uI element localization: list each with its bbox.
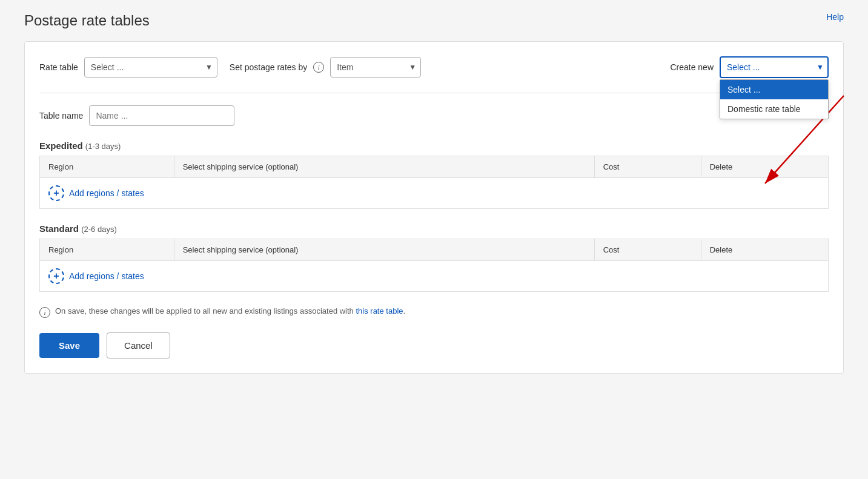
- cancel-button[interactable]: Cancel: [107, 332, 170, 358]
- dropdown-item-select[interactable]: Select ...: [720, 80, 828, 99]
- expedited-region-col: Region: [40, 156, 174, 178]
- item-select[interactable]: Item: [330, 57, 421, 78]
- rate-table-select-wrapper: Select ... ▼: [84, 57, 217, 78]
- page-title: Postage rate tables: [24, 12, 844, 29]
- expedited-shipping-col: Select shipping service (optional): [174, 156, 594, 178]
- expedited-add-regions-link[interactable]: + Add regions / states: [48, 185, 820, 201]
- expedited-delete-col: Delete: [701, 156, 828, 178]
- page-wrapper: Help Postage rate tables Rate table Sele…: [0, 0, 868, 479]
- standard-delete-col: Delete: [701, 239, 828, 261]
- standard-add-label: Add regions / states: [69, 271, 144, 281]
- help-link[interactable]: Help: [826, 12, 844, 22]
- table-name-label: Table name: [39, 111, 83, 121]
- standard-table-header-row: Region Select shipping service (optional…: [40, 239, 829, 261]
- standard-plus-icon: +: [48, 268, 64, 284]
- notice-info-icon: i: [39, 307, 50, 318]
- rate-table-group: Rate table Select ... ▼: [39, 57, 217, 78]
- expedited-table: Region Select shipping service (optional…: [39, 156, 829, 209]
- expedited-add-label: Add regions / states: [69, 188, 144, 198]
- create-new-label: Create new: [670, 62, 714, 72]
- rate-table-label: Rate table: [39, 62, 78, 72]
- table-name-row: Table name: [39, 105, 829, 126]
- create-new-select-wrapper: Select ... ▼ Select ... Domestic rate ta…: [720, 56, 829, 78]
- standard-add-regions-link[interactable]: + Add regions / states: [48, 268, 820, 284]
- top-controls: Rate table Select ... ▼ Set postage rate…: [39, 56, 829, 78]
- table-name-input[interactable]: [89, 105, 234, 126]
- standard-header: Standard (2-6 days): [39, 223, 829, 234]
- top-separator: [39, 93, 829, 93]
- notice-rate-table-link[interactable]: this rate table: [356, 306, 403, 315]
- button-row: Save Cancel: [39, 332, 829, 358]
- expedited-add-cell: + Add regions / states: [40, 178, 829, 209]
- standard-table: Region Select shipping service (optional…: [39, 239, 829, 292]
- expedited-plus-icon: +: [48, 185, 64, 201]
- standard-region-col: Region: [40, 239, 174, 261]
- expedited-table-header-row: Region Select shipping service (optional…: [40, 156, 829, 178]
- main-panel: Rate table Select ... ▼ Set postage rate…: [24, 41, 844, 374]
- expedited-add-row: + Add regions / states: [40, 178, 829, 209]
- save-button[interactable]: Save: [39, 333, 99, 358]
- expedited-header: Expedited (1-3 days): [39, 140, 829, 151]
- create-new-group: Create new Select ... ▼ Select ... Domes…: [670, 56, 829, 78]
- standard-shipping-col: Select shipping service (optional): [174, 239, 594, 261]
- info-icon[interactable]: i: [313, 62, 324, 73]
- dropdown-item-domestic[interactable]: Domestic rate table: [720, 99, 828, 119]
- item-select-wrapper: Item ▼: [330, 57, 421, 78]
- standard-cost-col: Cost: [594, 239, 701, 261]
- create-new-dropdown: Select ... Domestic rate table: [720, 79, 829, 119]
- standard-add-cell: + Add regions / states: [40, 261, 829, 292]
- standard-add-row: + Add regions / states: [40, 261, 829, 292]
- expedited-cost-col: Cost: [594, 156, 701, 178]
- create-new-select[interactable]: Select ...: [720, 56, 829, 78]
- set-postage-label: Set postage rates by: [230, 62, 307, 72]
- set-postage-group: Set postage rates by i Item ▼: [230, 57, 421, 78]
- rate-table-select[interactable]: Select ...: [84, 57, 217, 78]
- notice-text: On save, these changes will be applied t…: [55, 306, 405, 315]
- info-notice: i On save, these changes will be applied…: [39, 306, 829, 318]
